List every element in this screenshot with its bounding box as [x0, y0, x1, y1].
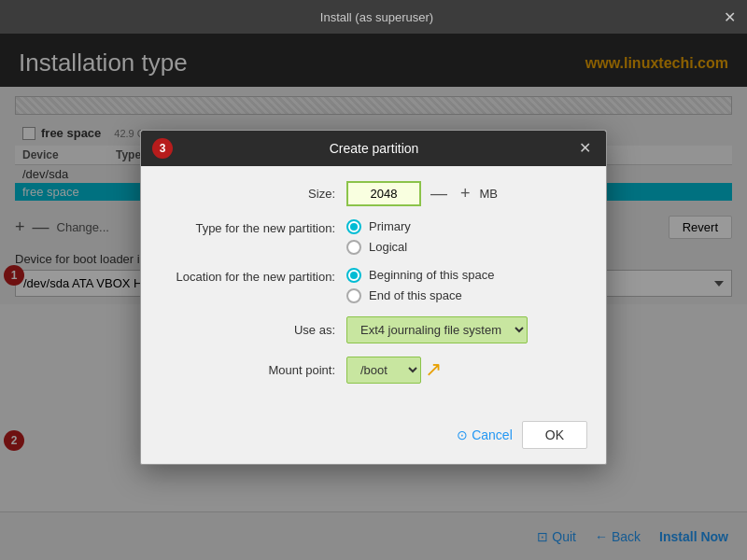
- radio-primary-label: Primary: [369, 219, 411, 233]
- use-as-row: Use as: Ext4 journaling file system: [160, 316, 587, 343]
- radio-end-indicator: [346, 288, 361, 303]
- radio-primary[interactable]: Primary: [346, 219, 411, 234]
- type-row: Type for the new partition: Primary Logi…: [160, 219, 587, 255]
- size-row: Size: — + MB: [160, 181, 587, 206]
- dialog-footer: ⊙ Cancel OK: [141, 412, 606, 464]
- location-radio-group: Beginning of this space End of this spac…: [346, 268, 494, 303]
- radio-logical-indicator: [346, 240, 361, 255]
- radio-logical-label: Logical: [369, 240, 407, 254]
- size-input[interactable]: [346, 181, 421, 206]
- radio-beginning-indicator: [346, 268, 361, 283]
- use-as-field: Ext4 journaling file system: [346, 316, 528, 343]
- ok-button[interactable]: OK: [522, 421, 587, 449]
- size-label: Size:: [160, 187, 346, 201]
- radio-end[interactable]: End of this space: [346, 288, 494, 303]
- size-field: — + MB: [346, 181, 587, 206]
- type-label: Type for the new partition:: [160, 219, 346, 235]
- main-area: Installation type www.linuxtechi.com fre…: [0, 34, 747, 560]
- modal-overlay: 3 Create partition ✕ Size: — + MB: [0, 34, 747, 560]
- mount-point-select[interactable]: /boot: [346, 357, 421, 384]
- dialog-content: Size: — + MB Type for the new partition:: [141, 166, 606, 412]
- radio-beginning-label: Beginning of this space: [369, 268, 494, 282]
- titlebar-close-button[interactable]: ✕: [724, 8, 736, 26]
- use-as-label: Use as:: [160, 323, 346, 337]
- cancel-icon: ⊙: [457, 427, 468, 442]
- type-field: Primary Logical: [346, 219, 587, 255]
- mount-point-row: Mount point: /boot ↗: [160, 357, 587, 384]
- size-plus-button[interactable]: +: [457, 184, 474, 203]
- type-radio-group: Primary Logical: [346, 219, 411, 255]
- dialog-badge-3: 3: [152, 138, 173, 159]
- dialog-titlebar: 3 Create partition ✕: [141, 131, 606, 166]
- mount-point-label: Mount point:: [160, 363, 346, 377]
- size-minus-button[interactable]: —: [427, 184, 451, 203]
- location-label: Location for the new partition:: [160, 268, 346, 284]
- dialog-close-button[interactable]: ✕: [575, 139, 595, 157]
- titlebar: Install (as superuser) ✕: [0, 0, 747, 34]
- radio-beginning[interactable]: Beginning of this space: [346, 268, 494, 283]
- mount-point-field: /boot ↗: [346, 357, 445, 384]
- create-partition-dialog: 3 Create partition ✕ Size: — + MB: [140, 130, 607, 465]
- mb-label: MB: [480, 187, 499, 201]
- titlebar-title: Install (as superuser): [320, 10, 433, 24]
- cancel-button[interactable]: ⊙ Cancel: [457, 427, 513, 442]
- cancel-label: Cancel: [472, 427, 513, 442]
- radio-end-label: End of this space: [369, 288, 462, 302]
- location-field: Beginning of this space End of this spac…: [346, 268, 587, 303]
- location-row: Location for the new partition: Beginnin…: [160, 268, 587, 303]
- radio-logical[interactable]: Logical: [346, 240, 411, 255]
- dialog-title: Create partition: [173, 141, 575, 156]
- use-as-select[interactable]: Ext4 journaling file system: [346, 316, 528, 343]
- radio-primary-indicator: [346, 219, 361, 234]
- arrow-hint-icon: ↗: [425, 357, 442, 382]
